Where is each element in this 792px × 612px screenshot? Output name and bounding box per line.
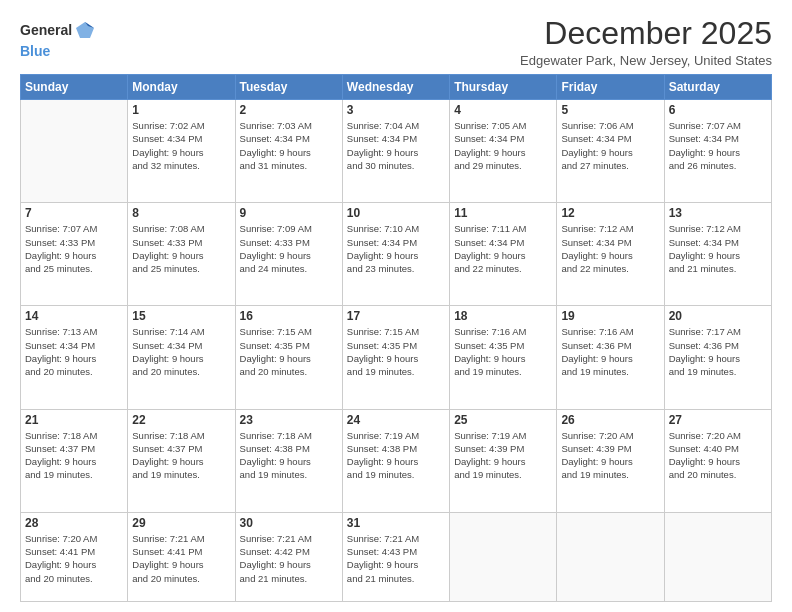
calendar-week-row: 1Sunrise: 7:02 AM Sunset: 4:34 PM Daylig… bbox=[21, 100, 772, 203]
cell-info-text: Sunrise: 7:20 AM Sunset: 4:40 PM Dayligh… bbox=[669, 429, 767, 482]
day-number: 10 bbox=[347, 206, 445, 220]
day-number: 5 bbox=[561, 103, 659, 117]
title-block: December 2025 Edgewater Park, New Jersey… bbox=[520, 16, 772, 68]
cell-info-text: Sunrise: 7:20 AM Sunset: 4:41 PM Dayligh… bbox=[25, 532, 123, 585]
calendar-cell: 21Sunrise: 7:18 AM Sunset: 4:37 PM Dayli… bbox=[21, 409, 128, 512]
day-number: 23 bbox=[240, 413, 338, 427]
calendar-cell: 23Sunrise: 7:18 AM Sunset: 4:38 PM Dayli… bbox=[235, 409, 342, 512]
calendar-cell: 22Sunrise: 7:18 AM Sunset: 4:37 PM Dayli… bbox=[128, 409, 235, 512]
day-number: 24 bbox=[347, 413, 445, 427]
cell-info-text: Sunrise: 7:02 AM Sunset: 4:34 PM Dayligh… bbox=[132, 119, 230, 172]
cell-info-text: Sunrise: 7:12 AM Sunset: 4:34 PM Dayligh… bbox=[669, 222, 767, 275]
day-number: 2 bbox=[240, 103, 338, 117]
calendar-week-row: 21Sunrise: 7:18 AM Sunset: 4:37 PM Dayli… bbox=[21, 409, 772, 512]
day-number: 9 bbox=[240, 206, 338, 220]
svg-marker-0 bbox=[76, 22, 94, 38]
day-of-week-header: Tuesday bbox=[235, 75, 342, 100]
calendar-header-row: SundayMondayTuesdayWednesdayThursdayFrid… bbox=[21, 75, 772, 100]
calendar-cell: 11Sunrise: 7:11 AM Sunset: 4:34 PM Dayli… bbox=[450, 203, 557, 306]
day-number: 4 bbox=[454, 103, 552, 117]
cell-info-text: Sunrise: 7:21 AM Sunset: 4:43 PM Dayligh… bbox=[347, 532, 445, 585]
day-number: 19 bbox=[561, 309, 659, 323]
calendar-cell: 28Sunrise: 7:20 AM Sunset: 4:41 PM Dayli… bbox=[21, 512, 128, 601]
logo: General Blue bbox=[20, 20, 96, 60]
day-number: 27 bbox=[669, 413, 767, 427]
cell-info-text: Sunrise: 7:14 AM Sunset: 4:34 PM Dayligh… bbox=[132, 325, 230, 378]
day-of-week-header: Saturday bbox=[664, 75, 771, 100]
calendar-cell: 25Sunrise: 7:19 AM Sunset: 4:39 PM Dayli… bbox=[450, 409, 557, 512]
cell-info-text: Sunrise: 7:15 AM Sunset: 4:35 PM Dayligh… bbox=[347, 325, 445, 378]
day-number: 25 bbox=[454, 413, 552, 427]
day-number: 1 bbox=[132, 103, 230, 117]
day-of-week-header: Wednesday bbox=[342, 75, 449, 100]
cell-info-text: Sunrise: 7:20 AM Sunset: 4:39 PM Dayligh… bbox=[561, 429, 659, 482]
day-number: 11 bbox=[454, 206, 552, 220]
calendar-cell: 19Sunrise: 7:16 AM Sunset: 4:36 PM Dayli… bbox=[557, 306, 664, 409]
cell-info-text: Sunrise: 7:07 AM Sunset: 4:33 PM Dayligh… bbox=[25, 222, 123, 275]
cell-info-text: Sunrise: 7:19 AM Sunset: 4:39 PM Dayligh… bbox=[454, 429, 552, 482]
cell-info-text: Sunrise: 7:21 AM Sunset: 4:41 PM Dayligh… bbox=[132, 532, 230, 585]
cell-info-text: Sunrise: 7:12 AM Sunset: 4:34 PM Dayligh… bbox=[561, 222, 659, 275]
calendar-cell: 17Sunrise: 7:15 AM Sunset: 4:35 PM Dayli… bbox=[342, 306, 449, 409]
day-of-week-header: Thursday bbox=[450, 75, 557, 100]
day-number: 14 bbox=[25, 309, 123, 323]
calendar-cell: 18Sunrise: 7:16 AM Sunset: 4:35 PM Dayli… bbox=[450, 306, 557, 409]
cell-info-text: Sunrise: 7:08 AM Sunset: 4:33 PM Dayligh… bbox=[132, 222, 230, 275]
cell-info-text: Sunrise: 7:13 AM Sunset: 4:34 PM Dayligh… bbox=[25, 325, 123, 378]
calendar-cell: 10Sunrise: 7:10 AM Sunset: 4:34 PM Dayli… bbox=[342, 203, 449, 306]
calendar-cell: 27Sunrise: 7:20 AM Sunset: 4:40 PM Dayli… bbox=[664, 409, 771, 512]
page: General Blue December 2025 Edgewater Par… bbox=[0, 0, 792, 612]
calendar-cell: 26Sunrise: 7:20 AM Sunset: 4:39 PM Dayli… bbox=[557, 409, 664, 512]
month-title: December 2025 bbox=[520, 16, 772, 51]
day-number: 12 bbox=[561, 206, 659, 220]
calendar-cell bbox=[557, 512, 664, 601]
calendar-week-row: 28Sunrise: 7:20 AM Sunset: 4:41 PM Dayli… bbox=[21, 512, 772, 601]
day-number: 29 bbox=[132, 516, 230, 530]
calendar-week-row: 7Sunrise: 7:07 AM Sunset: 4:33 PM Daylig… bbox=[21, 203, 772, 306]
day-number: 20 bbox=[669, 309, 767, 323]
day-number: 26 bbox=[561, 413, 659, 427]
cell-info-text: Sunrise: 7:15 AM Sunset: 4:35 PM Dayligh… bbox=[240, 325, 338, 378]
calendar-cell: 16Sunrise: 7:15 AM Sunset: 4:35 PM Dayli… bbox=[235, 306, 342, 409]
cell-info-text: Sunrise: 7:16 AM Sunset: 4:36 PM Dayligh… bbox=[561, 325, 659, 378]
calendar-cell: 29Sunrise: 7:21 AM Sunset: 4:41 PM Dayli… bbox=[128, 512, 235, 601]
day-number: 21 bbox=[25, 413, 123, 427]
day-number: 7 bbox=[25, 206, 123, 220]
cell-info-text: Sunrise: 7:05 AM Sunset: 4:34 PM Dayligh… bbox=[454, 119, 552, 172]
calendar-cell: 14Sunrise: 7:13 AM Sunset: 4:34 PM Dayli… bbox=[21, 306, 128, 409]
calendar-cell: 2Sunrise: 7:03 AM Sunset: 4:34 PM Daylig… bbox=[235, 100, 342, 203]
calendar-cell: 1Sunrise: 7:02 AM Sunset: 4:34 PM Daylig… bbox=[128, 100, 235, 203]
calendar-cell: 12Sunrise: 7:12 AM Sunset: 4:34 PM Dayli… bbox=[557, 203, 664, 306]
cell-info-text: Sunrise: 7:18 AM Sunset: 4:38 PM Dayligh… bbox=[240, 429, 338, 482]
location-text: Edgewater Park, New Jersey, United State… bbox=[520, 53, 772, 68]
logo-general-text: General bbox=[20, 23, 72, 38]
cell-info-text: Sunrise: 7:16 AM Sunset: 4:35 PM Dayligh… bbox=[454, 325, 552, 378]
day-of-week-header: Sunday bbox=[21, 75, 128, 100]
day-number: 30 bbox=[240, 516, 338, 530]
cell-info-text: Sunrise: 7:07 AM Sunset: 4:34 PM Dayligh… bbox=[669, 119, 767, 172]
cell-info-text: Sunrise: 7:18 AM Sunset: 4:37 PM Dayligh… bbox=[25, 429, 123, 482]
day-number: 17 bbox=[347, 309, 445, 323]
day-number: 13 bbox=[669, 206, 767, 220]
calendar-week-row: 14Sunrise: 7:13 AM Sunset: 4:34 PM Dayli… bbox=[21, 306, 772, 409]
cell-info-text: Sunrise: 7:03 AM Sunset: 4:34 PM Dayligh… bbox=[240, 119, 338, 172]
calendar-cell: 31Sunrise: 7:21 AM Sunset: 4:43 PM Dayli… bbox=[342, 512, 449, 601]
cell-info-text: Sunrise: 7:19 AM Sunset: 4:38 PM Dayligh… bbox=[347, 429, 445, 482]
day-number: 15 bbox=[132, 309, 230, 323]
logo-blue-text: Blue bbox=[20, 43, 50, 59]
cell-info-text: Sunrise: 7:04 AM Sunset: 4:34 PM Dayligh… bbox=[347, 119, 445, 172]
day-number: 16 bbox=[240, 309, 338, 323]
cell-info-text: Sunrise: 7:11 AM Sunset: 4:34 PM Dayligh… bbox=[454, 222, 552, 275]
calendar-cell: 6Sunrise: 7:07 AM Sunset: 4:34 PM Daylig… bbox=[664, 100, 771, 203]
calendar-cell: 7Sunrise: 7:07 AM Sunset: 4:33 PM Daylig… bbox=[21, 203, 128, 306]
cell-info-text: Sunrise: 7:18 AM Sunset: 4:37 PM Dayligh… bbox=[132, 429, 230, 482]
calendar-table: SundayMondayTuesdayWednesdayThursdayFrid… bbox=[20, 74, 772, 602]
calendar-cell: 8Sunrise: 7:08 AM Sunset: 4:33 PM Daylig… bbox=[128, 203, 235, 306]
day-number: 22 bbox=[132, 413, 230, 427]
calendar-cell: 13Sunrise: 7:12 AM Sunset: 4:34 PM Dayli… bbox=[664, 203, 771, 306]
day-number: 6 bbox=[669, 103, 767, 117]
day-of-week-header: Friday bbox=[557, 75, 664, 100]
calendar-cell: 3Sunrise: 7:04 AM Sunset: 4:34 PM Daylig… bbox=[342, 100, 449, 203]
cell-info-text: Sunrise: 7:17 AM Sunset: 4:36 PM Dayligh… bbox=[669, 325, 767, 378]
cell-info-text: Sunrise: 7:06 AM Sunset: 4:34 PM Dayligh… bbox=[561, 119, 659, 172]
